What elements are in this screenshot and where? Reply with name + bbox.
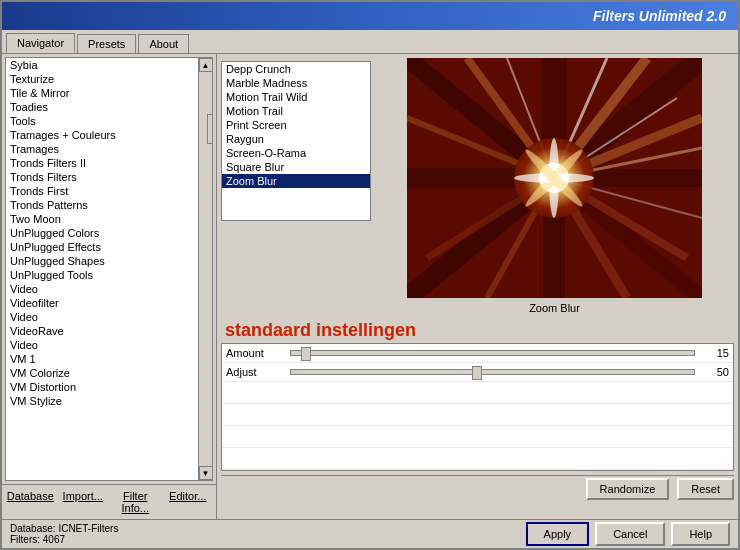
list-item[interactable]: Two Moon: [6, 212, 198, 226]
sub-list-item[interactable]: Print Screen: [222, 118, 370, 132]
filters-label: Filters:: [10, 534, 40, 545]
title-bar-text: Filters Unlimited 2.0: [593, 8, 726, 24]
sub-list-item[interactable]: Raygun: [222, 132, 370, 146]
list-item[interactable]: VM 1: [6, 352, 198, 366]
adjust-row: Adjust 50: [222, 363, 733, 382]
tab-bar: Navigator Presets About: [2, 30, 738, 54]
empty-row-4: [222, 448, 733, 470]
editor-btn[interactable]: Editor...: [162, 487, 215, 517]
list-item[interactable]: UnPlugged Colors: [6, 226, 198, 240]
title-bar: Filters Unlimited 2.0: [2, 2, 738, 30]
list-item[interactable]: VM Distortion: [6, 380, 198, 394]
filters-status: Filters: 4067: [10, 534, 526, 545]
scrollbar-thumb[interactable]: [207, 114, 214, 144]
status-bar: Database: ICNET-Filters Filters: 4067 Ap…: [2, 519, 738, 548]
list-item[interactable]: Tramages: [6, 142, 198, 156]
sub-list-item[interactable]: Screen-O-Rama: [222, 146, 370, 160]
sliders-box: Amount 15 Adjust 50: [221, 343, 734, 471]
database-value: ICNET-Filters: [58, 523, 118, 534]
adjust-value: 50: [699, 366, 729, 378]
list-item[interactable]: Tronds Filters: [6, 170, 198, 184]
adjust-thumb[interactable]: [472, 366, 482, 380]
apply-btn[interactable]: Apply: [526, 522, 590, 546]
list-item[interactable]: Video: [6, 282, 198, 296]
sub-list-item[interactable]: Depp Crunch: [222, 62, 370, 76]
help-btn[interactable]: Help: [671, 522, 730, 546]
preview-image: [407, 58, 702, 298]
sub-list-item[interactable]: Zoom Blur: [222, 174, 370, 188]
list-item[interactable]: UnPlugged Tools: [6, 268, 198, 282]
left-panel: SybiaTexturizeTile & MirrorToadiesToolsT…: [2, 54, 217, 519]
cancel-btn[interactable]: Cancel: [595, 522, 665, 546]
adjust-label: Adjust: [226, 366, 286, 378]
list-item[interactable]: Video: [6, 310, 198, 324]
sub-list-item[interactable]: Motion Trail Wild: [222, 90, 370, 104]
list-item[interactable]: Tools: [6, 114, 198, 128]
right-bottom-bar: Randomize Reset: [221, 475, 734, 502]
list-item[interactable]: Video: [6, 338, 198, 352]
amount-row: Amount 15: [222, 344, 733, 363]
list-item[interactable]: Tronds Patterns: [6, 198, 198, 212]
list-item[interactable]: Tile & Mirror: [6, 86, 198, 100]
preview-panel: Zoom Blur: [375, 58, 734, 316]
main-list[interactable]: SybiaTexturizeTile & MirrorToadiesToolsT…: [6, 58, 198, 480]
adjust-track[interactable]: [290, 369, 695, 375]
amount-value: 15: [699, 347, 729, 359]
database-btn[interactable]: Database: [4, 487, 57, 517]
status-text: Database: ICNET-Filters Filters: 4067: [10, 523, 526, 545]
empty-row-2: [222, 404, 733, 426]
database-status: Database: ICNET-Filters: [10, 523, 526, 534]
amount-thumb[interactable]: [301, 347, 311, 361]
standard-settings: standaard instellingen: [221, 320, 734, 341]
preview-area: [407, 58, 702, 298]
list-item[interactable]: Videofilter: [6, 296, 198, 310]
amount-label: Amount: [226, 347, 286, 359]
list-item[interactable]: VM Colorize: [6, 366, 198, 380]
right-panel: Depp CrunchMarble MadnessMotion Trail Wi…: [217, 54, 738, 519]
list-item[interactable]: VM Stylize: [6, 394, 198, 408]
main-list-container: SybiaTexturizeTile & MirrorToadiesToolsT…: [5, 57, 213, 481]
list-item[interactable]: VideoRave: [6, 324, 198, 338]
sub-list-container[interactable]: Depp CrunchMarble MadnessMotion Trail Wi…: [221, 61, 371, 221]
action-buttons: Apply Cancel Help: [526, 522, 730, 546]
empty-row-3: [222, 426, 733, 448]
tab-presets[interactable]: Presets: [77, 34, 136, 53]
right-top: Depp CrunchMarble MadnessMotion Trail Wi…: [221, 58, 734, 316]
scrollbar-down-btn[interactable]: ▼: [199, 466, 213, 480]
empty-row-1: [222, 382, 733, 404]
list-item[interactable]: Texturize: [6, 72, 198, 86]
list-item[interactable]: Tramages + Couleurs: [6, 128, 198, 142]
reset-btn[interactable]: Reset: [677, 478, 734, 500]
sub-list-item[interactable]: Marble Madness: [222, 76, 370, 90]
main-window: Filters Unlimited 2.0 Navigator Presets …: [0, 0, 740, 550]
list-item[interactable]: UnPlugged Effects: [6, 240, 198, 254]
main-list-scrollbar[interactable]: ▲ ▼: [198, 58, 212, 480]
sub-list-panel: Depp CrunchMarble MadnessMotion Trail Wi…: [221, 58, 371, 316]
list-item[interactable]: Tronds First: [6, 184, 198, 198]
filters-value: 4067: [43, 534, 65, 545]
tab-about[interactable]: About: [138, 34, 189, 53]
filter-info-btn[interactable]: Filter Info...: [109, 487, 162, 517]
preview-label: Zoom Blur: [529, 302, 580, 314]
tab-navigator[interactable]: Navigator: [6, 33, 75, 53]
list-item[interactable]: Sybia: [6, 58, 198, 72]
amount-track[interactable]: [290, 350, 695, 356]
scrollbar-up-btn[interactable]: ▲: [199, 58, 213, 72]
sub-list-item[interactable]: Square Blur: [222, 160, 370, 174]
left-toolbar: Database Import... Filter Info... Editor…: [2, 484, 216, 519]
content-area: SybiaTexturizeTile & MirrorToadiesToolsT…: [2, 54, 738, 519]
right-content: Amount 15 Adjust 50: [221, 343, 734, 515]
sub-list-item[interactable]: Motion Trail: [222, 104, 370, 118]
randomize-btn[interactable]: Randomize: [586, 478, 670, 500]
import-btn[interactable]: Import...: [57, 487, 110, 517]
list-item[interactable]: Toadies: [6, 100, 198, 114]
list-item[interactable]: Tronds Filters II: [6, 156, 198, 170]
database-label: Database:: [10, 523, 56, 534]
list-item[interactable]: UnPlugged Shapes: [6, 254, 198, 268]
